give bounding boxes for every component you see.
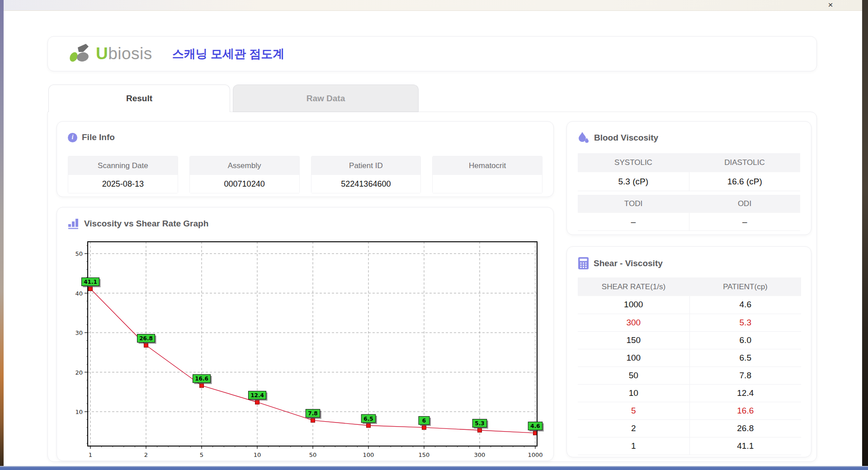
ubiosis-logo: Ubiosis	[68, 42, 152, 66]
shear-table-row: 3005.3	[578, 314, 801, 331]
window-bottom-edge	[0, 466, 868, 470]
svg-text:12.4: 12.4	[250, 392, 264, 399]
app-window: × Ubiosis 스캐닝 모세관 점도계 Result Raw Data i …	[0, 0, 868, 470]
shear-rate-cell: 150	[578, 331, 689, 349]
bv-value-row: 5.3 (cP) 16.6 (cP)	[578, 172, 800, 191]
svg-text:6.5: 6.5	[363, 416, 373, 422]
app-header-card: Ubiosis 스캐닝 모세관 점도계	[47, 36, 817, 71]
todi-header: TODI	[578, 195, 689, 213]
tab-raw-data[interactable]: Raw Data	[233, 85, 419, 112]
graph-heading: Viscosity vs Shear Rate Graph	[68, 218, 208, 229]
odi-value: –	[689, 213, 801, 231]
patient-viscosity-cell: 41.1	[689, 437, 801, 455]
desktop-background-right	[862, 0, 868, 470]
patient-viscosity-cell: 4.6	[689, 296, 801, 314]
odi-header: ODI	[689, 195, 800, 213]
svg-text:1000: 1000	[528, 451, 542, 458]
field-hematocrit: Hematocrit	[432, 156, 542, 193]
blood-viscosity-card: Blood Viscosity SYSTOLIC DIASTOLIC 5.3 (…	[566, 121, 811, 235]
shear-rate-column-header: SHEAR RATE(1/s)	[578, 277, 689, 296]
blood-viscosity-heading: Blood Viscosity	[578, 132, 658, 144]
field-value: 000710240	[190, 175, 299, 193]
svg-text:7.8: 7.8	[308, 410, 317, 417]
ubiosis-logo-icon	[68, 42, 93, 66]
shear-viscosity-card: Shear - Viscosity SHEAR RATE(1/s) PATIEN…	[566, 246, 811, 457]
shear-table-row: 226.8	[578, 419, 801, 437]
svg-text:20: 20	[75, 369, 83, 376]
svg-text:26.8: 26.8	[139, 335, 153, 342]
patient-viscosity-cell: 5.3	[689, 314, 801, 331]
shear-viscosity-title: Shear - Viscosity	[594, 258, 663, 268]
field-label: Assembly	[190, 156, 299, 175]
svg-text:30: 30	[75, 329, 83, 336]
app-title: 스캐닝 모세관 점도계	[172, 46, 284, 62]
field-value	[433, 175, 542, 193]
svg-text:1: 1	[89, 451, 92, 458]
shear-table-row: 1506.0	[578, 331, 801, 349]
file-info-title: File Info	[82, 132, 115, 142]
tab-raw-data-label: Raw Data	[307, 94, 345, 103]
shear-viscosity-heading: Shear - Viscosity	[578, 257, 663, 270]
systolic-value: 5.3 (cP)	[578, 172, 689, 191]
viscosity-chart-svg: 10203040501251050100150300100041.126.816…	[67, 239, 544, 459]
svg-text:150: 150	[419, 451, 430, 458]
field-label: Patient ID	[311, 156, 421, 175]
shear-table-row: 10004.6	[578, 296, 801, 314]
shear-viscosity-table: SHEAR RATE(1/s) PATIENT(cp) 10004.63005.…	[578, 277, 801, 455]
file-info-fields: Scanning Date 2025-08-13 Assembly 000710…	[68, 156, 542, 193]
shear-rate-cell: 1	[578, 437, 689, 455]
shear-rate-cell: 100	[578, 349, 689, 367]
diastolic-header: DIASTOLIC	[689, 153, 800, 172]
svg-text:300: 300	[474, 451, 486, 458]
field-assembly: Assembly 000710240	[189, 156, 300, 193]
bv-header-row2: TODI ODI	[578, 195, 800, 213]
shear-rate-cell: 2	[578, 419, 689, 437]
patient-viscosity-cell: 16.6	[689, 402, 801, 419]
window-close-button[interactable]: ×	[824, 0, 837, 11]
shear-rate-cell: 50	[578, 367, 689, 384]
shear-table-row: 1012.4	[578, 384, 801, 402]
systolic-header: SYSTOLIC	[578, 153, 689, 172]
bv-header-row: SYSTOLIC DIASTOLIC	[578, 153, 800, 172]
shear-rate-cell: 1000	[578, 296, 689, 314]
shear-table-row: 1006.5	[578, 349, 801, 367]
shear-rate-cell: 10	[578, 384, 689, 402]
svg-text:4.6: 4.6	[530, 423, 540, 429]
patient-viscosity-cell: 6.5	[689, 349, 801, 367]
patient-viscosity-cell: 7.8	[689, 367, 801, 384]
info-icon: i	[68, 133, 77, 142]
svg-text:100: 100	[363, 451, 374, 458]
tab-result[interactable]: Result	[48, 85, 230, 112]
shear-rate-cell: 5	[578, 402, 689, 419]
svg-text:6: 6	[422, 418, 426, 424]
patient-viscosity-cell: 6.0	[689, 331, 801, 349]
field-scanning-date: Scanning Date 2025-08-13	[68, 156, 178, 193]
field-label: Scanning Date	[68, 156, 178, 175]
viscosity-chart: 10203040501251050100150300100041.126.816…	[67, 239, 544, 459]
calculator-icon	[578, 257, 589, 270]
blood-drop-icon	[578, 132, 590, 144]
shear-table-row: 507.8	[578, 367, 801, 384]
svg-text:41.1: 41.1	[84, 279, 97, 285]
blood-viscosity-title: Blood Viscosity	[594, 133, 658, 143]
window-titlebar: ×	[4, 0, 862, 11]
svg-text:10: 10	[254, 451, 261, 458]
svg-text:2: 2	[144, 451, 148, 458]
diastolic-value: 16.6 (cP)	[689, 172, 801, 191]
svg-text:50: 50	[75, 250, 83, 257]
svg-text:16.6: 16.6	[195, 376, 208, 382]
todi-value: –	[578, 213, 689, 231]
svg-text:10: 10	[75, 409, 83, 415]
svg-text:5: 5	[200, 451, 203, 458]
brand-text: Ubiosis	[96, 44, 152, 63]
shear-table-row: 141.1	[578, 437, 801, 455]
blood-viscosity-table: SYSTOLIC DIASTOLIC 5.3 (cP) 16.6 (cP) TO…	[578, 153, 800, 231]
file-info-heading: i File Info	[68, 132, 115, 142]
svg-text:40: 40	[75, 290, 83, 297]
patient-column-header: PATIENT(cp)	[689, 277, 801, 296]
field-value: 52241364600	[311, 175, 421, 193]
file-info-card: i File Info Scanning Date 2025-08-13 Ass…	[57, 121, 554, 197]
bv-value-row2: – –	[578, 213, 800, 231]
patient-viscosity-cell: 26.8	[689, 419, 801, 437]
shear-rate-cell: 300	[578, 314, 689, 331]
